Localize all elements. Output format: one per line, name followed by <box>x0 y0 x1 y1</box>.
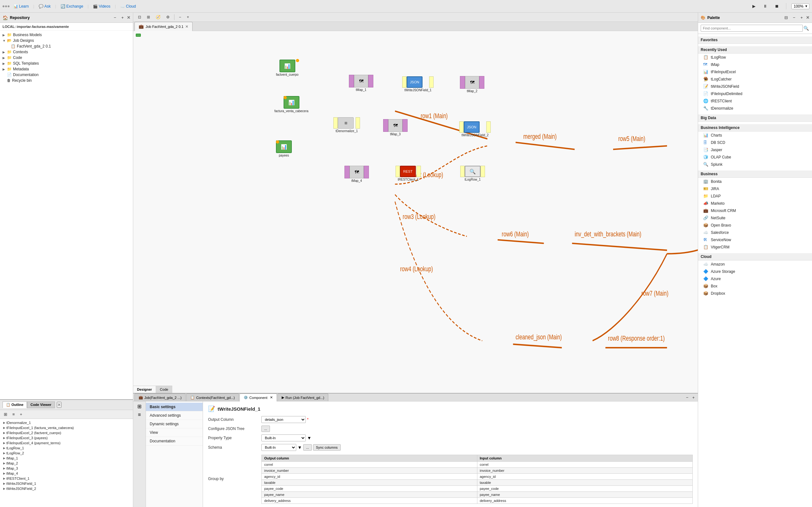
palette-search-btn[interactable]: 🔍 <box>803 25 809 32</box>
canvas-nav-btn[interactable]: 🧭 <box>154 14 163 20</box>
palette-search-input[interactable] <box>701 25 803 32</box>
palette-item-tfileinputdelimited[interactable]: 📄 tFileInputDelimited <box>698 90 812 97</box>
bottom-tab-contexts[interactable]: 📋 Contexts(FactVent_gd...) <box>186 394 239 401</box>
canvas-zoom-in-btn[interactable]: + <box>185 14 191 20</box>
palette-item-netsuite[interactable]: 🔗 NetSuite <box>698 214 812 222</box>
palette-item-tfileinputexcel[interactable]: 📊 tFileInputExcel <box>698 68 812 75</box>
node-twritejson1[interactable]: JSON tWriteJSONField_1 <box>404 76 432 92</box>
canvas-fit-btn[interactable]: ⊡ <box>136 14 143 20</box>
outline-grid-btn[interactable]: ⊞ <box>2 411 9 418</box>
ask-link[interactable]: 💬 Ask <box>39 4 51 9</box>
palette-filter-btn[interactable]: ⊟ <box>782 14 790 21</box>
tree-item-sql[interactable]: ▶ 📁 SQL Templates <box>0 60 133 66</box>
tree-item-metadata[interactable]: ▶ 📁 Metadata <box>0 66 133 72</box>
palette-item-charts[interactable]: 📊 Charts <box>698 131 812 139</box>
palette-item-box[interactable]: 📦 Box <box>698 282 812 290</box>
bottom-minimize-btn[interactable]: − <box>684 394 691 401</box>
outline-list-btn[interactable]: ≡ <box>10 411 17 418</box>
outline-item-7[interactable]: ▶ tMap_1 <box>0 456 133 461</box>
settings-basic[interactable]: Basic settings <box>146 403 203 411</box>
learn-link[interactable]: 📊 Learn <box>13 4 29 9</box>
palette-item-tmap[interactable]: 🗺 tMap <box>698 61 812 68</box>
bottom-tab-run[interactable]: ▶ Run (Job FactVent_gd...) <box>277 394 328 401</box>
settings-docs[interactable]: Documentation <box>146 437 203 446</box>
tree-item-recycle[interactable]: 🗑 Recycle bin <box>0 78 133 83</box>
settings-advanced[interactable]: Advanced settings <box>146 411 203 420</box>
outline-add-btn[interactable]: + <box>18 411 24 418</box>
canvas-settings-btn[interactable]: ⚙ <box>164 14 172 20</box>
outline-item-4[interactable]: ▶ tFileInputExcel_4 (payment_terms) <box>0 441 133 446</box>
outline-item-10[interactable]: ▶ tMap_4 <box>0 471 133 476</box>
outline-item-8[interactable]: ▶ tMap_2 <box>0 461 133 466</box>
palette-item-amazon[interactable]: ☁️ Amazon <box>698 261 812 268</box>
outline-item-3[interactable]: ▶ tFileInputExcel_3 (payees) <box>0 435 133 441</box>
palette-recent-header[interactable]: Recently Used <box>698 46 812 54</box>
palette-item-openbravo[interactable]: 📦 Open Bravo <box>698 222 812 229</box>
schema-dropdown[interactable]: ▼ <box>298 445 302 450</box>
code-tab[interactable]: Code <box>156 386 172 393</box>
json-tree-btn[interactable]: ... <box>261 426 270 432</box>
node-twritejson2[interactable]: JSON tWriteJSONField_2 <box>461 121 489 137</box>
tab-job-close[interactable]: ✕ <box>185 24 189 29</box>
tree-item-contexts[interactable]: ▶ 📁 Contexts <box>0 49 133 55</box>
palette-bi-header[interactable]: Business Intelligence <box>698 124 812 131</box>
palette-item-azure[interactable]: 🔷 Azure <box>698 275 812 282</box>
tree-item-business-models[interactable]: ▶ 📁 Business Models <box>0 32 133 38</box>
sync-columns-btn[interactable]: Sync columns <box>313 444 340 451</box>
cloud-link[interactable]: ☁️ Cloud <box>120 4 136 9</box>
bottom-maximize-btn[interactable]: + <box>690 394 697 401</box>
outline-item-13[interactable]: ▶ tWriteJSONField_2 <box>0 486 133 491</box>
canvas-area[interactable]: .edge-orange { stroke: #cc5500; stroke-w… <box>133 31 698 393</box>
repo-maximize-btn[interactable]: + <box>119 14 125 21</box>
tab-job-factvent[interactable]: 💼 Job FactVent_gda_2 0.1 ✕ <box>135 22 193 31</box>
palette-maximize-btn[interactable]: + <box>798 14 805 21</box>
outline-item-2[interactable]: ▶ tFileInputExcel_2 (factvent_cuerpo) <box>0 430 133 435</box>
tab-code-viewer[interactable]: Code Viewer <box>27 401 55 408</box>
settings-dynamic[interactable]: Dynamic settings <box>146 420 203 429</box>
bottom-tab-component[interactable]: ⚙️ Component ✕ <box>240 394 277 401</box>
palette-item-vtigercrm[interactable]: 📋 VtigerCRM <box>698 243 812 250</box>
palette-item-azure-storage[interactable]: 🔷 Azure Storage <box>698 268 812 275</box>
node-trestclient1[interactable]: REST tRESTClient_1 <box>398 166 419 181</box>
palette-item-bonita[interactable]: 🏢 Bonita <box>698 178 812 185</box>
bottom-tab-comp-close[interactable]: ✕ <box>270 395 273 400</box>
outline-item-12[interactable]: ▶ tWriteJSONField_1 <box>0 481 133 486</box>
palette-item-salesforce[interactable]: ☁️ Salesforce <box>698 229 812 236</box>
palette-item-olapcube[interactable]: 🧊 OLAP Cube <box>698 153 812 161</box>
palette-item-ldap[interactable]: 📁 LDAP <box>698 192 812 200</box>
repo-minimize-btn[interactable]: − <box>112 14 118 21</box>
schema-edit-btn[interactable]: ... <box>303 444 312 451</box>
property-type-dropdown[interactable]: ▼ <box>307 435 311 441</box>
run-btn[interactable]: ▶ <box>751 3 757 9</box>
palette-item-mscrm[interactable]: 💼 Microsoft CRM <box>698 207 812 214</box>
node-payees[interactable]: 📊 payees <box>276 140 292 157</box>
palette-favorites-header[interactable]: Favorites <box>698 37 812 44</box>
tab-outline[interactable]: 📋 Outline <box>3 401 27 408</box>
property-type-select[interactable]: Built-In <box>261 435 306 441</box>
stop-btn[interactable]: ⏹ <box>773 3 781 9</box>
outline-item-1[interactable]: ▶ tFileInputExcel_1 (factura_venta_cabec… <box>0 425 133 430</box>
palette-item-dropbox[interactable]: 📦 Dropbox <box>698 290 812 297</box>
repo-close-btn[interactable]: ✕ <box>127 15 131 20</box>
outline-item-6[interactable]: ▶ tLogRow_2 <box>0 451 133 456</box>
palette-business-header[interactable]: Business <box>698 170 812 178</box>
palette-item-marketo[interactable]: 📣 Marketo <box>698 200 812 207</box>
settings-view[interactable]: View <box>146 429 203 437</box>
node-tmap4[interactable]: 🗺 tMap_4 <box>347 166 366 182</box>
tree-item-code[interactable]: ▶ 📁 Code <box>0 55 133 60</box>
outline-item-9[interactable]: ▶ tMap_3 <box>0 466 133 471</box>
palette-item-jira[interactable]: 🎫 JIRA <box>698 185 812 192</box>
palette-item-twritejsonfield[interactable]: 📝 tWriteJSONField <box>698 83 812 90</box>
node-factvent-cuerpo[interactable]: 📊 factvent_cuerpo <box>276 60 299 76</box>
canvas-zoom-fit-btn[interactable]: ⊞ <box>145 14 152 20</box>
canvas-zoom-out-btn[interactable]: − <box>177 14 183 20</box>
palette-item-servicenow[interactable]: 🛠 ServiceNow <box>698 236 812 243</box>
tree-item-job-designs[interactable]: ▼ 📂 Job Designs <box>0 38 133 43</box>
palette-item-tlogcatcher[interactable]: 🪤 tLogCatcher <box>698 75 812 83</box>
palette-cloud-header[interactable]: Cloud <box>698 253 812 261</box>
tree-item-docs[interactable]: 📄 Documentation <box>0 72 133 78</box>
outline-item-5[interactable]: ▶ tLogRow_1 <box>0 446 133 451</box>
palette-close-btn[interactable]: ✕ <box>806 15 809 20</box>
palette-minimize-btn[interactable]: − <box>791 14 798 21</box>
palette-item-tlogrow[interactable]: 📋 tLogRow <box>698 54 812 61</box>
